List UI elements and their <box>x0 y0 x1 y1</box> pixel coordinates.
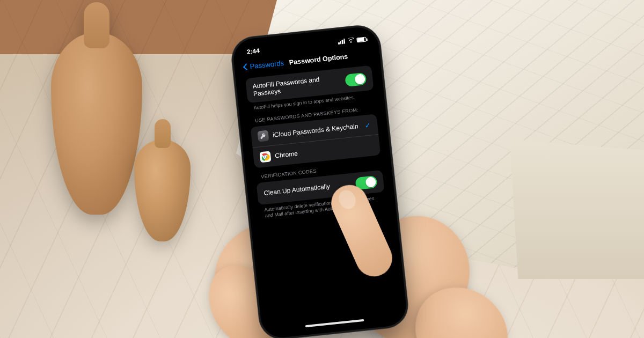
phone-screen: 2:44 Passwords Password Options <box>236 30 403 335</box>
battery-icon <box>356 36 367 42</box>
cleanup-label: Clean Up Automatically <box>264 182 331 197</box>
chevron-left-icon <box>243 63 250 70</box>
phone: 2:44 Passwords Password Options <box>231 25 408 338</box>
photo-backdrop: 2:44 Passwords Password Options <box>0 0 644 338</box>
cellular-signal-icon <box>338 39 345 45</box>
autofill-toggle[interactable] <box>345 72 367 86</box>
status-time: 2:44 <box>246 47 260 55</box>
checkmark-icon: ✓ <box>364 120 371 129</box>
provider-label: iCloud Passwords & Keychain <box>273 122 359 139</box>
autofill-label: AutoFill Passwords and Passkeys <box>252 73 346 98</box>
providers-group: iCloud Passwords & Keychain ✓ Chrome <box>250 114 380 168</box>
provider-label: Chrome <box>275 150 298 159</box>
keychain-icon <box>257 130 269 142</box>
wifi-icon <box>347 38 355 43</box>
cloth-fringe <box>510 139 644 279</box>
chrome-icon <box>259 151 271 163</box>
home-indicator[interactable] <box>305 319 364 327</box>
